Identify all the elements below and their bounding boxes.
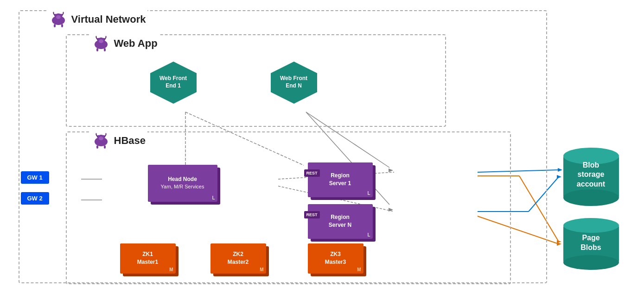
webapp-box: Web App Web Front End 1 Web Front xyxy=(66,34,446,127)
hbase-box: HBase Head Node Yarn, M/R Services L Reg… xyxy=(66,131,511,284)
vnet-title: Virtual Network xyxy=(71,13,146,25)
svg-marker-34 xyxy=(150,62,197,104)
hbase-label: HBase xyxy=(90,131,147,150)
zk3-badge: M xyxy=(357,267,361,272)
zk3-node: ZK3Master3 M xyxy=(308,243,363,274)
gw1-label: GW 1 xyxy=(27,174,43,181)
hbase-title: HBase xyxy=(114,135,146,147)
blob-cylinder-svg xyxy=(559,142,624,207)
svg-point-33 xyxy=(99,39,103,43)
head-node-badge: L xyxy=(212,195,215,200)
svg-point-45 xyxy=(563,189,619,206)
zk1-badge: M xyxy=(169,267,173,272)
svg-point-47 xyxy=(563,218,619,233)
webapp-label: Web App xyxy=(90,34,159,53)
svg-rect-31 xyxy=(96,48,98,51)
web-front-end-n: Web Front End N xyxy=(268,61,319,105)
gw1-button[interactable]: GW 1 xyxy=(21,171,49,184)
zk1-node: ZK1Master1 M xyxy=(120,243,176,274)
rest-badge-rs1: REST xyxy=(304,169,320,177)
head-node-line2: Yarn, M/R Services xyxy=(161,183,204,190)
rsN-badge: L xyxy=(367,232,370,237)
svg-rect-40 xyxy=(96,145,98,149)
vnet-box: Virtual Network Web App xyxy=(19,10,547,283)
diagram-container: Virtual Network Web App xyxy=(9,6,635,288)
gw2-label: GW 2 xyxy=(27,195,43,202)
web-front-end-1: Web Front End 1 xyxy=(148,61,199,105)
zk1-label: ZK1Master1 xyxy=(137,250,158,266)
region-server-n: RegionServer N L xyxy=(308,204,373,239)
rsN-label: RegionServer N xyxy=(329,213,351,229)
svg-point-42 xyxy=(99,137,103,140)
head-node-line1: Head Node xyxy=(161,175,204,183)
svg-point-26 xyxy=(56,15,61,19)
zk3-label: ZK3Master3 xyxy=(325,250,346,266)
gw2-button[interactable]: GW 2 xyxy=(21,192,49,205)
region-server-1: RegionServer 1 L xyxy=(308,162,373,197)
bison-icon-hbase xyxy=(92,131,110,150)
head-node: Head Node Yarn, M/R Services L xyxy=(148,165,217,202)
zk2-node: ZK2Master2 M xyxy=(210,243,266,274)
bison-icon-vnet xyxy=(49,10,68,29)
svg-point-44 xyxy=(563,148,619,164)
svg-marker-35 xyxy=(271,62,317,104)
zk2-label: ZK2Master2 xyxy=(228,250,249,266)
rs1-label: RegionServer 1 xyxy=(329,172,351,187)
svg-rect-32 xyxy=(104,48,106,51)
blob-storage-cylinder: Blobstorageaccount xyxy=(559,142,624,207)
webapp-title: Web App xyxy=(114,37,158,50)
page-blobs-svg xyxy=(559,216,624,272)
svg-point-48 xyxy=(563,255,619,270)
rs1-badge: L xyxy=(367,191,370,196)
rest-badge-rsn: REST xyxy=(304,211,320,218)
page-blobs-cylinder: PageBlobs xyxy=(559,216,624,272)
vnet-label: Virtual Network xyxy=(47,10,148,29)
zk2-badge: M xyxy=(260,267,263,272)
svg-rect-25 xyxy=(61,24,63,27)
bison-icon-webapp xyxy=(92,34,110,53)
svg-rect-24 xyxy=(54,24,56,27)
svg-rect-41 xyxy=(104,145,106,149)
